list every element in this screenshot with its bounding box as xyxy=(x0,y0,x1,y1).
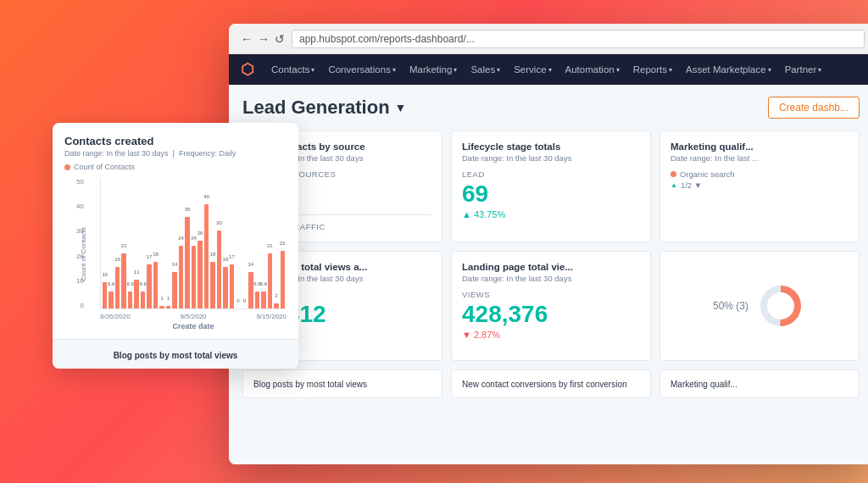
chart-bar: 35 xyxy=(185,217,189,308)
card-label-views-lp: VIEWS xyxy=(462,290,640,299)
bar-label: 17 xyxy=(147,254,153,259)
chart-legend-label: Count of Contacts xyxy=(74,163,135,171)
bar-label: 18 xyxy=(210,252,216,257)
chart-bar: 40 xyxy=(204,204,209,308)
chart-bar: 24 xyxy=(192,246,196,308)
hubspot-logo: ⬡ xyxy=(241,60,254,79)
chart-bar: 24 xyxy=(179,246,183,308)
forward-button[interactable]: → xyxy=(258,32,270,46)
address-bar[interactable] xyxy=(292,30,865,48)
browser-window: ← → ↺ ⬡ Contacts ▾ Conversations ▾ Marke… xyxy=(229,24,868,464)
lifecycle-stage-card: Lifecycle stage totals Date range: In th… xyxy=(451,130,651,242)
bar-label: 0 xyxy=(243,298,246,303)
nav-reports[interactable]: Reports ▾ xyxy=(633,64,672,75)
x-label-2: 9/5/2020 xyxy=(180,313,206,320)
bar-label: 30 xyxy=(216,220,222,225)
landing-page-views-card: Landing page total vie... Date range: In… xyxy=(451,251,651,361)
bar-label: 0 xyxy=(236,298,239,303)
chart-bar: 14 xyxy=(172,272,176,308)
nav-asset-marketplace[interactable]: Asset Marketplace ▾ xyxy=(686,64,771,75)
page-title: Lead Generation ▼ xyxy=(242,97,406,119)
y-label-20: 20 xyxy=(76,253,84,260)
chart-bar: 11 xyxy=(134,280,138,308)
y-label-0: 0 xyxy=(80,302,83,309)
hubspot-navbar: ⬡ Contacts ▾ Conversations ▾ Marketing ▾… xyxy=(229,54,868,85)
card-date: Date range: In the last ... xyxy=(670,153,849,163)
bar-label: 2 xyxy=(275,293,277,298)
bottom-label: New contact conversions by first convers… xyxy=(462,380,627,389)
card-change-lead: ▲ 43.75% xyxy=(462,209,640,219)
chart-bar: 14 xyxy=(248,272,253,308)
chart-x-axis: 8/26/2020 9/5/2020 9/15/2020 xyxy=(100,313,287,320)
card-title: Lifecycle stage totals xyxy=(462,142,640,152)
bar-label: 26 xyxy=(198,230,203,236)
bottom-card-marketing: Marketing qualif... xyxy=(659,369,860,398)
chart-bar: 10 xyxy=(103,282,107,308)
chart-bar: 21 xyxy=(268,253,272,308)
nav-marketing[interactable]: Marketing ▾ xyxy=(409,64,458,75)
chart-bar: 26 xyxy=(198,241,202,308)
card-title: Landing page total vie... xyxy=(462,262,640,272)
card-label-lead: LEAD xyxy=(462,169,640,179)
bar-label: 1 xyxy=(167,296,170,301)
bar-label: 6.6 xyxy=(139,281,146,286)
nav-partner[interactable]: Partner ▾ xyxy=(785,64,822,75)
chart-legend-dot xyxy=(64,164,70,170)
legend-label-organic: Organic search xyxy=(680,169,734,179)
chart-bar: 16 xyxy=(115,267,120,308)
marketing-qualified-donut-card: 50% (3) xyxy=(659,251,860,361)
bar-label: 40 xyxy=(203,194,209,199)
nav-automation[interactable]: Automation ▾ xyxy=(565,64,620,75)
title-dropdown-icon[interactable]: ▼ xyxy=(395,101,407,114)
back-button[interactable]: ← xyxy=(241,32,253,46)
chart-x-title: Create date xyxy=(100,322,287,330)
nav-contacts[interactable]: Contacts ▾ xyxy=(271,64,314,75)
refresh-button[interactable]: ↺ xyxy=(275,32,285,46)
bottom-card-blog: Blog posts by most total views xyxy=(242,369,442,398)
card-change-views-lp: ▼ 2.87% xyxy=(462,330,640,340)
nav-icons: ← → ↺ xyxy=(241,32,285,46)
browser-bar: ← → ↺ xyxy=(229,24,868,54)
bottom-label: Blog posts by most total views xyxy=(253,380,367,389)
bar-label: 16 xyxy=(223,257,229,262)
nav-sales[interactable]: Sales ▾ xyxy=(470,64,500,75)
chart-y-axis: 50 40 30 20 10 0 xyxy=(76,178,84,309)
chart-bar: 22 xyxy=(281,251,285,308)
donut-chart xyxy=(755,280,806,331)
legend-row: Organic search xyxy=(670,169,849,179)
dashboard-content: Lead Generation ▼ Create dashb... New co… xyxy=(229,85,868,464)
bar-label: 24 xyxy=(178,236,184,241)
create-dashboard-button[interactable]: Create dashb... xyxy=(768,97,860,119)
nav-conversations[interactable]: Conversations ▾ xyxy=(328,64,396,75)
chart-bar: 21 xyxy=(121,253,125,308)
chart-legend: Count of Contacts xyxy=(64,163,287,171)
bar-label: 1 xyxy=(160,296,163,301)
x-label-3: 9/15/2020 xyxy=(256,313,287,320)
bar-label: 6.6 xyxy=(260,281,267,286)
chart-bar: 18 xyxy=(210,262,214,308)
bar-label: 17 xyxy=(229,254,235,259)
marketing-qualified-card: Marketing qualif... Date range: In the l… xyxy=(659,130,860,242)
legend-row-2: ▲ 1/2 ▼ xyxy=(670,180,849,190)
bar-label: 14 xyxy=(172,262,178,267)
card-date: Date range: In the last 30 days xyxy=(462,274,640,283)
chart-bar: 16 xyxy=(223,267,227,308)
card-value-lead: 69 xyxy=(462,180,640,208)
y-label-40: 40 xyxy=(76,203,84,210)
bar-label: 21 xyxy=(121,243,127,248)
x-label-1: 8/26/2020 xyxy=(100,313,131,320)
chart-bar: 2 xyxy=(274,303,278,308)
chart-bar: 6.6 xyxy=(141,291,145,308)
bar-label: 6.6 xyxy=(127,281,134,286)
chart-bar: 18 xyxy=(153,262,158,308)
chart-bar: 30 xyxy=(217,230,221,308)
bar-label: 22 xyxy=(280,241,286,246)
bar-label: 11 xyxy=(134,269,140,275)
legend-dot-organic xyxy=(670,171,676,177)
nav-service[interactable]: Service ▾ xyxy=(514,64,551,75)
bar-label: 18 xyxy=(153,252,159,257)
contacts-created-chart-card: Contacts created Date range: In the last… xyxy=(53,123,298,369)
chart-meta: Date range: In the last 30 days | Freque… xyxy=(64,149,287,158)
bottom-card-conversions: New contact conversions by first convers… xyxy=(451,369,651,398)
y-label-30: 30 xyxy=(76,227,84,235)
